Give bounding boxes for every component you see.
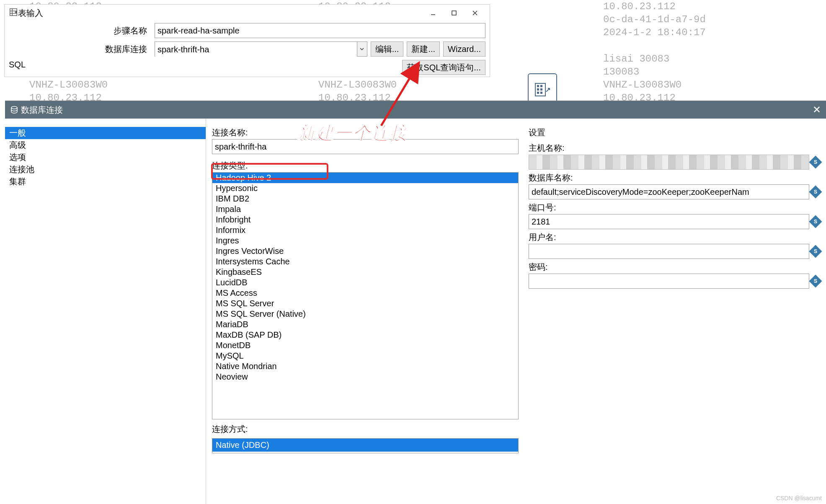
conn-type-item[interactable]: LucidDB xyxy=(212,277,518,288)
conn-method-listbox[interactable]: Native (JDBC) xyxy=(212,438,519,453)
sidebar-item-cluster[interactable]: 集群 xyxy=(5,176,206,188)
window-titlebar: 表输入 xyxy=(5,5,490,21)
dbname-input[interactable] xyxy=(529,184,809,199)
settings-label: 设置 xyxy=(529,127,820,138)
minimize-button[interactable] xyxy=(423,7,444,19)
conn-type-item[interactable]: MariaDB xyxy=(212,319,518,330)
conn-type-item[interactable]: Impala xyxy=(212,204,518,215)
conn-name-input[interactable] xyxy=(212,139,519,154)
step-name-label: 步骤名称 xyxy=(88,25,151,36)
svg-rect-14 xyxy=(540,92,542,94)
conn-type-item[interactable]: MS SQL Server xyxy=(212,298,518,309)
port-input[interactable] xyxy=(529,214,809,229)
db-connection-input[interactable] xyxy=(155,42,357,57)
conn-type-item[interactable]: MaxDB (SAP DB) xyxy=(212,330,518,340)
conn-type-item[interactable]: Informix xyxy=(212,225,518,235)
conn-type-item[interactable]: MS Access xyxy=(212,288,518,298)
table-input-window: 表输入 步骤名称 数据库连接 编辑... 新建... Wizard... SQL… xyxy=(4,4,490,77)
svg-rect-5 xyxy=(452,11,456,15)
new-button[interactable]: 新建... xyxy=(407,41,440,57)
conn-method-item[interactable]: Native (JDBC) xyxy=(212,439,518,452)
svg-point-16 xyxy=(11,106,17,109)
conn-type-item[interactable]: MonetDB xyxy=(212,340,518,351)
conn-type-item[interactable]: Ingres VectorWise xyxy=(212,246,518,256)
database-icon xyxy=(10,106,18,114)
sql-label: SQL xyxy=(9,60,30,75)
db-connection-label: 数据库连接 xyxy=(88,44,151,55)
db-window-title: 数据库连接 xyxy=(21,104,63,116)
variable-icon[interactable] xyxy=(809,245,822,258)
chevron-down-icon[interactable] xyxy=(357,42,367,56)
window-title: 表输入 xyxy=(18,8,43,19)
user-label: 用户名: xyxy=(529,232,820,243)
close-button[interactable] xyxy=(465,7,485,19)
edit-button[interactable]: 编辑... xyxy=(371,41,404,57)
conn-type-item[interactable]: Hypersonic xyxy=(212,183,518,194)
svg-rect-12 xyxy=(540,88,542,90)
conn-type-item[interactable]: Intersystems Cache xyxy=(212,256,518,267)
step-name-input[interactable] xyxy=(155,23,485,38)
user-input[interactable] xyxy=(529,244,809,259)
db-sidebar: 一般 高级 选项 连接池 集群 xyxy=(5,119,206,504)
close-icon[interactable]: ✕ xyxy=(813,104,821,116)
get-sql-button[interactable]: 获取SQL查询语句... xyxy=(402,60,485,75)
host-input-redacted[interactable] xyxy=(529,155,809,170)
maximize-button[interactable] xyxy=(444,7,465,19)
conn-type-item[interactable]: MySQL xyxy=(212,351,518,361)
db-window-titlebar: 数据库连接 ✕ xyxy=(5,101,826,119)
port-label: 端口号: xyxy=(529,202,820,213)
conn-type-label: 连接类型: xyxy=(212,160,519,171)
dbname-label: 数据库名称: xyxy=(529,172,820,184)
csdn-watermark: CSDN @lisacumt xyxy=(776,495,822,501)
conn-type-item[interactable]: Native Mondrian xyxy=(212,361,518,372)
pass-label: 密码: xyxy=(529,261,820,273)
conn-type-item[interactable]: MS SQL Server (Native) xyxy=(212,309,518,319)
conn-type-item[interactable]: Hadoop Hive 2 xyxy=(212,173,518,183)
svg-rect-9 xyxy=(537,85,539,87)
conn-type-item[interactable]: Ingres xyxy=(212,235,518,246)
host-label: 主机名称: xyxy=(529,142,820,154)
table-input-icon xyxy=(9,8,18,18)
database-connection-window: 数据库连接 ✕ 一般 高级 选项 连接池 集群 连接名称: 连接类型: Hado… xyxy=(5,101,826,504)
wizard-button[interactable]: Wizard... xyxy=(443,41,485,57)
conn-type-item[interactable]: Infobright xyxy=(212,215,518,225)
svg-rect-13 xyxy=(537,92,539,94)
conn-type-item[interactable]: Neoview xyxy=(212,372,518,382)
conn-type-item[interactable]: IBM DB2 xyxy=(212,194,518,204)
sidebar-item-pool[interactable]: 连接池 xyxy=(5,163,206,176)
variable-icon[interactable] xyxy=(809,274,822,287)
variable-icon[interactable] xyxy=(809,215,822,228)
variable-icon[interactable] xyxy=(809,185,822,198)
conn-type-listbox[interactable]: Hadoop Hive 2HypersonicIBM DB2ImpalaInfo… xyxy=(212,172,519,419)
sidebar-item-advanced[interactable]: 高级 xyxy=(5,139,206,151)
db-connection-combo[interactable] xyxy=(155,41,367,57)
sidebar-item-options[interactable]: 选项 xyxy=(5,151,206,163)
conn-name-label: 连接名称: xyxy=(212,127,519,138)
conn-method-label: 连接方式: xyxy=(212,424,519,435)
pass-input[interactable] xyxy=(529,274,809,289)
svg-rect-10 xyxy=(540,85,542,87)
variable-icon[interactable] xyxy=(809,155,822,168)
sidebar-item-general[interactable]: 一般 xyxy=(5,127,206,139)
data-warehouse-icon xyxy=(528,73,557,103)
conn-type-item[interactable]: KingbaseES xyxy=(212,267,518,277)
svg-rect-11 xyxy=(537,88,539,90)
